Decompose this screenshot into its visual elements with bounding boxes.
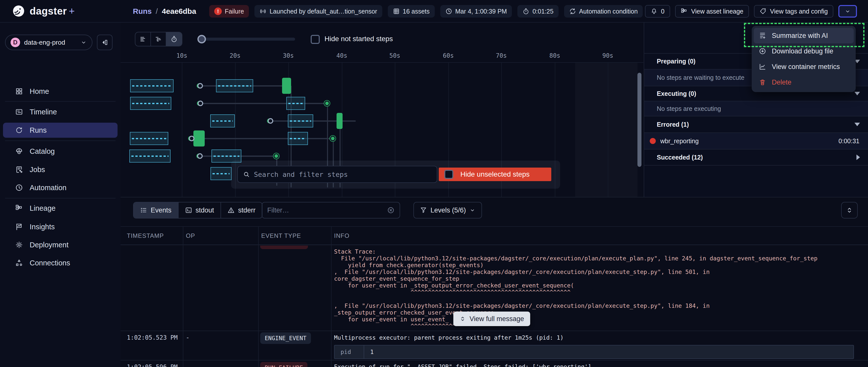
log-filter-box [262, 202, 400, 219]
lineage-icon [15, 204, 23, 212]
brand-name: dagster [30, 5, 67, 16]
chevron-down-icon [469, 207, 475, 213]
step-done-dot [330, 136, 336, 141]
gridline [608, 63, 608, 197]
step-bar-succeeded[interactable] [282, 78, 291, 94]
menu-item-container-metrics[interactable]: View container metrics [754, 59, 854, 74]
hide-unselected-label[interactable]: Hide unselected steps [460, 170, 530, 178]
sidebar-divider [5, 101, 116, 102]
flatten-view-button[interactable] [135, 32, 151, 46]
sidebar-item-automation[interactable]: Automation [3, 180, 118, 195]
step-bar-queued[interactable] [130, 132, 168, 145]
clear-filter-icon[interactable] [387, 206, 395, 214]
notifications-button[interactable]: 0 [645, 5, 670, 18]
gantt-scrollbar-thumb[interactable] [638, 73, 642, 167]
menu-item-download-debug[interactable]: Download debug file [754, 43, 854, 59]
sidebar-item-catalog[interactable]: Catalog [3, 144, 118, 159]
event-timestamp[interactable]: 1:02:05.523 PM [127, 334, 178, 341]
step-bar-queued[interactable] [216, 79, 253, 92]
step-bar-succeeded[interactable] [337, 113, 343, 129]
step-bar-queued[interactable] [210, 114, 235, 127]
section-succeeded[interactable]: Succeeded (12) [644, 149, 868, 166]
breadcrumb: Runs / 4eae6dba [133, 0, 196, 23]
event-timestamp[interactable]: 1:02:05.596 PM [127, 364, 178, 367]
sidebar-item-home[interactable]: Home [3, 84, 118, 99]
levels-dropdown[interactable]: Levels (5/6) [413, 202, 482, 219]
sort-order-button[interactable] [841, 202, 858, 219]
breadcrumb-runs-link[interactable]: Runs [133, 7, 152, 15]
step-bar-queued[interactable] [129, 149, 170, 163]
sidebar-item-insights[interactable]: Insights [3, 219, 118, 234]
run-badges: ! Failure Launched by default_aut…tion_s… [209, 5, 643, 18]
breadcrumb-run-id: 4eae6dba [162, 7, 196, 15]
sidebar-item-connections[interactable]: Connections [3, 255, 118, 270]
gear-icon [15, 241, 23, 249]
timed-view-button[interactable] [166, 32, 182, 46]
failure-icon: ! [214, 7, 222, 15]
view-full-message-button[interactable]: View full message [453, 311, 530, 326]
view-asset-lineage-button[interactable]: View asset lineage [675, 5, 749, 18]
axis-tick-label: 80s [549, 52, 560, 59]
sensor-icon [259, 8, 267, 15]
automation-condition-badge[interactable]: Automation condition [564, 5, 643, 18]
step-bar-succeeded[interactable] [193, 130, 205, 146]
hide-not-started-checkbox[interactable] [311, 35, 320, 44]
step-bar-queued[interactable] [211, 167, 231, 180]
gantt-zoom-slider[interactable] [198, 38, 295, 41]
menu-item-summarize-ai[interactable]: Summarize with AI [754, 28, 854, 43]
stack-trace-text[interactable]: Stack Trace: File "/usr/local/lib/python… [334, 248, 863, 330]
deployment-switcher[interactable]: D data-eng-prod [5, 35, 92, 50]
automation-icon [15, 184, 23, 192]
step-waiting-dot [268, 118, 273, 124]
tab-stderr[interactable]: stderr [221, 202, 262, 218]
step-waiting-dot [197, 153, 203, 159]
event-metadata-table: pid 1 [334, 345, 854, 359]
tab-stdout[interactable]: stdout [179, 202, 221, 218]
step-bar-queued[interactable] [130, 79, 174, 92]
launched-by-badge[interactable]: Launched by default_aut…tion_sensor [254, 5, 382, 18]
axis-tick-label: 10s [176, 52, 187, 59]
metrics-chart-icon [759, 63, 766, 70]
timeline-icon [15, 108, 23, 116]
duration-badge: 0:01:25 [517, 5, 558, 18]
hide-not-started-label[interactable]: Hide not started steps [324, 35, 393, 43]
step-waiting-dot [198, 101, 203, 106]
step-bar-queued[interactable] [288, 114, 313, 127]
step-bar-queued[interactable] [286, 97, 305, 110]
step-bar-queued[interactable] [130, 97, 171, 110]
tab-events[interactable]: Events [134, 202, 179, 218]
errored-step-row[interactable]: wbr_reporting 0:00:31 [644, 132, 868, 149]
sidebar-item-runs[interactable]: Runs [3, 123, 118, 138]
log-filter-input[interactable] [267, 206, 383, 214]
waterfall-view-button[interactable] [151, 32, 166, 46]
sidebar-item-jobs[interactable]: Jobs [3, 162, 118, 177]
step-search-box [237, 166, 437, 183]
zoom-slider-thumb[interactable] [197, 35, 206, 43]
sidebar-collapse-button[interactable] [97, 35, 113, 50]
axis-tick-label: 70s [496, 52, 506, 59]
step-search-input[interactable] [254, 171, 432, 178]
axis-tick-label: 40s [336, 52, 347, 59]
sidebar-item-timeline[interactable]: Timeline [3, 104, 118, 120]
menu-item-delete[interactable]: Delete [754, 74, 854, 90]
deployment-avatar: D [10, 38, 20, 47]
assets-badge[interactable]: 16 assets [388, 5, 435, 18]
step-bar-queued[interactable] [288, 132, 308, 145]
chevron-down-icon [81, 39, 87, 46]
event-type-badge[interactable]: RUN_FAILURE [260, 362, 307, 367]
gantt-chart[interactable]: Hide unselected steps [121, 63, 644, 197]
hide-unselected-checkbox[interactable] [444, 170, 453, 179]
dagster-logo[interactable]: dagster+ [11, 4, 75, 18]
lineage-icon [681, 8, 688, 15]
view-tags-config-button[interactable]: View tags and config [754, 5, 833, 18]
stopwatch-icon [170, 35, 178, 43]
event-type-badge[interactable]: ENGINE_EVENT [260, 332, 311, 344]
run-actions-menu-button[interactable] [838, 5, 857, 18]
summarize-ai-icon [759, 32, 766, 39]
section-errored[interactable]: Errored (1) [644, 116, 868, 132]
column-divider [258, 226, 259, 367]
sidebar-item-lineage[interactable]: Lineage [3, 201, 118, 216]
event-op: - [186, 334, 189, 341]
sidebar-item-deployment[interactable]: Deployment [3, 237, 118, 253]
chevron-down-icon [855, 92, 860, 95]
